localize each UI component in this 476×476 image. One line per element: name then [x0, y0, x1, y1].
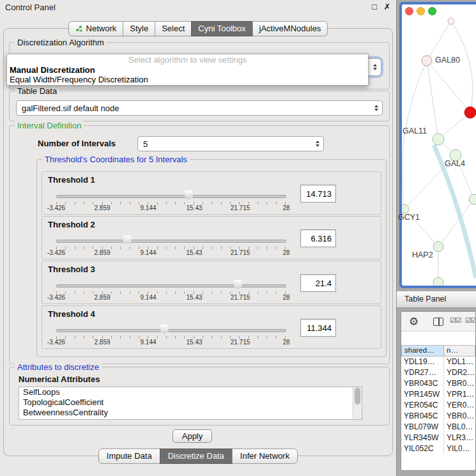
network-node[interactable]: [448, 18, 454, 24]
slider-thumb[interactable]: [123, 235, 132, 245]
column-header[interactable]: shared…: [401, 345, 444, 357]
columns-icon[interactable]: [433, 318, 443, 326]
table-row[interactable]: YER054CYER0…: [401, 400, 475, 411]
scrollbar-thumb[interactable]: [355, 388, 360, 404]
close-icon[interactable]: ✗: [382, 2, 392, 12]
threshold-slider[interactable]: [56, 190, 286, 201]
tab-cyni-toolbox[interactable]: Cyni Toolbox: [191, 21, 252, 36]
stepper-arrows-icon[interactable]: [373, 64, 377, 70]
tick-label: -3.426: [47, 294, 65, 301]
table-row[interactable]: YBR043CYBR0…: [401, 378, 475, 389]
dropdown-option-manual[interactable]: Manual Discretization: [7, 65, 368, 75]
table-cell[interactable]: YLR3…: [444, 433, 475, 443]
table-cell[interactable]: YDL19…: [401, 357, 444, 367]
group-title: Threshold's Coordinates for 5 Intervals: [42, 155, 190, 164]
threshold-value-field[interactable]: 6.316: [300, 229, 336, 247]
tab-jactivemnodules[interactable]: jActiveMNodules: [252, 21, 328, 36]
dropdown-option-equal-width[interactable]: Equal Width/Frequency Discretization: [7, 75, 368, 84]
table-row[interactable]: YDR27…YDR2…: [401, 367, 475, 378]
network-node-gal11[interactable]: [433, 134, 444, 145]
network-node-hap2[interactable]: [433, 242, 443, 252]
number-of-intervals-combobox[interactable]: 5: [137, 136, 324, 151]
table-row[interactable]: YDL19…YDL1…: [401, 357, 475, 367]
network-edge[interactable]: [438, 112, 470, 139]
table-cell[interactable]: YPR145W: [401, 389, 444, 400]
threshold-value-field[interactable]: 11.344: [300, 319, 336, 337]
network-node[interactable]: [469, 194, 476, 204]
tick-label: -3.426: [47, 249, 65, 256]
table-cell[interactable]: YBR0…: [444, 378, 475, 389]
minimize-icon[interactable]: □: [369, 2, 380, 12]
table-row[interactable]: YIL052CYIL0…: [401, 443, 475, 454]
table-cell[interactable]: YDR27…: [401, 367, 444, 378]
table-cell[interactable]: YIL0…: [444, 443, 475, 454]
select-checkboxes-icon[interactable]: ☑☑: [465, 316, 476, 325]
slider-thumb[interactable]: [160, 325, 169, 334]
slider-thumb[interactable]: [185, 190, 193, 200]
slider-track[interactable]: [56, 329, 286, 332]
network-edge[interactable]: [427, 21, 451, 61]
network-node-gcy1[interactable]: [402, 204, 409, 213]
table-cell[interactable]: YBR043C: [401, 378, 444, 389]
attribute-list-item[interactable]: BetweennessCentrality: [19, 408, 362, 418]
column-header[interactable]: n…: [444, 345, 475, 357]
table-panel-header[interactable]: Table Panel: [397, 291, 476, 308]
table-cell[interactable]: YDL1…: [444, 357, 475, 367]
apply-button[interactable]: Apply: [173, 429, 212, 443]
network-canvas[interactable]: [402, 4, 476, 286]
table-data-combobox[interactable]: galFiltered.sif default node: [16, 100, 383, 116]
node-label-gal80: GAL80: [435, 56, 460, 65]
dropdown-placeholder: Select algorithm to view settings: [7, 54, 368, 65]
stepper-arrows-icon[interactable]: [374, 105, 378, 111]
threshold-value-field[interactable]: 14.713: [300, 185, 336, 203]
table-cell[interactable]: YBR0…: [444, 411, 475, 422]
network-view-window[interactable]: [399, 2, 476, 288]
slider-track[interactable]: [56, 240, 286, 243]
tick-label: 28: [282, 204, 289, 211]
slider-track[interactable]: [56, 195, 286, 198]
number-of-intervals-label: Number of Intervals: [38, 139, 116, 148]
attribute-list-item[interactable]: SelfLoops: [19, 387, 362, 397]
tick-label: 21.715: [231, 204, 250, 211]
table-cell[interactable]: YDR2…: [444, 367, 475, 378]
threshold-slider[interactable]: [56, 234, 286, 246]
threshold-slider[interactable]: [56, 279, 286, 291]
slider-track[interactable]: [56, 284, 286, 288]
table-panel-title: Table Panel: [404, 295, 446, 303]
table-cell[interactable]: YBL079W: [401, 422, 444, 433]
table-cell[interactable]: YBR045C: [401, 411, 444, 422]
tab-network[interactable]: Network: [68, 21, 124, 36]
slider-thumb[interactable]: [234, 280, 242, 289]
tab-impute-data[interactable]: Impute Data: [98, 449, 160, 464]
gear-icon[interactable]: ⚙: [409, 314, 418, 328]
table-row[interactable]: YLR345WYLR3…: [401, 433, 475, 443]
interval-definition-group: Interval Definition Number of Intervals …: [9, 125, 390, 364]
network-node-gal80[interactable]: [422, 56, 432, 66]
network-edge[interactable]: [451, 21, 473, 112]
select-checkboxes-icon[interactable]: ☑☑: [450, 316, 461, 325]
table-row[interactable]: YPR145WYPR1…: [401, 389, 475, 400]
table-cell[interactable]: YLR345W: [401, 433, 444, 443]
table-cell[interactable]: YPR1…: [444, 389, 475, 400]
table-cell[interactable]: YER054C: [401, 400, 444, 411]
tab-style[interactable]: Style: [123, 21, 155, 36]
list-scrollbar[interactable]: [353, 387, 362, 419]
tab-select[interactable]: Select: [155, 21, 192, 36]
table-row[interactable]: YBR045CYBR0…: [401, 411, 475, 422]
threshold-slider[interactable]: [56, 324, 286, 335]
table-cell[interactable]: YBL0…: [444, 422, 475, 433]
table-cell[interactable]: YIL052C: [401, 443, 444, 454]
attribute-list-item[interactable]: TopologicalCoefficient: [19, 397, 362, 408]
numerical-attributes-list[interactable]: SelfLoopsTopologicalCoefficientBetweenne…: [19, 387, 362, 420]
tab-label: Network: [86, 22, 117, 36]
network-node[interactable]: [433, 277, 443, 286]
stepper-arrows-icon[interactable]: [316, 141, 319, 147]
table-cell[interactable]: YER0…: [444, 400, 475, 411]
tab-discretize-data[interactable]: Discretize Data: [160, 449, 233, 464]
tab-infer-network[interactable]: Infer Network: [232, 449, 298, 464]
table-row[interactable]: YBL079WYBL0…: [401, 422, 475, 433]
threshold-value-field[interactable]: 21.4: [300, 274, 336, 292]
bottom-tab-bar: Impute Data Discretize Data Infer Networ…: [0, 449, 396, 464]
network-node-selected[interactable]: [464, 107, 476, 118]
control-panel-titlebar[interactable]: Control Panel □ ✗: [0, 0, 396, 15]
